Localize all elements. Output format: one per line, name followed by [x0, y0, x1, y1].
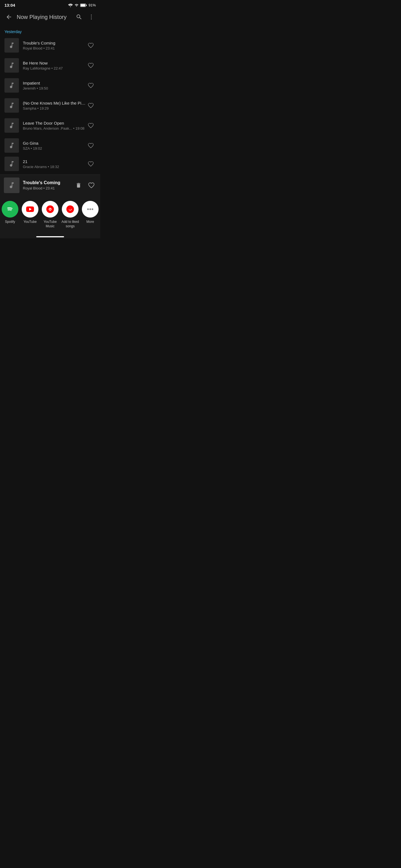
- song-info: (No One Knows Me) Like the Pian.. Sampha…: [23, 101, 86, 111]
- music-note-icon: [8, 181, 16, 189]
- like-button[interactable]: [86, 60, 96, 70]
- like-button[interactable]: [86, 180, 96, 190]
- song-title: Leave The Door Open: [23, 121, 86, 125]
- list-item[interactable]: Go Gina SZA • 19:02: [0, 135, 100, 156]
- section-label: Yesterday: [4, 30, 22, 34]
- music-note-icon: [8, 62, 15, 69]
- list-item[interactable]: 21 Gracie Abrams • 18:32: [0, 156, 100, 172]
- svg-point-4: [91, 17, 92, 18]
- share-more[interactable]: More: [80, 201, 100, 224]
- more-options-button[interactable]: [86, 11, 97, 23]
- svg-point-5: [91, 19, 92, 20]
- svg-rect-1: [81, 4, 85, 6]
- like-button[interactable]: [86, 141, 96, 151]
- home-bar: [36, 236, 64, 237]
- like-button[interactable]: [86, 159, 96, 169]
- app-bar-actions: [74, 11, 97, 23]
- share-liked[interactable]: Add to liked songs: [60, 201, 80, 228]
- song-title: 21: [23, 159, 86, 164]
- delete-icon: [76, 182, 82, 188]
- like-button[interactable]: [86, 100, 96, 111]
- youtube-icon: [25, 204, 35, 214]
- song-info: Leave The Door Open Bruno Mars, Anderson…: [23, 121, 86, 130]
- heart-icon: [88, 42, 94, 49]
- song-title: Impatient: [23, 81, 86, 85]
- like-button[interactable]: [86, 40, 96, 50]
- now-playing-info: Trouble's Coming Royal Blood • 23:41: [23, 180, 73, 190]
- heart-icon: [88, 122, 94, 128]
- youtube-icon-circle: [22, 201, 38, 218]
- list-item[interactable]: (No One Knows Me) Like the Pian.. Sampha…: [0, 95, 100, 116]
- share-bar: Spotify YouTube YouTube Music: [0, 196, 100, 234]
- music-note-icon: [8, 82, 15, 89]
- song-info: Go Gina SZA • 19:02: [23, 141, 86, 151]
- status-icons: 91%: [68, 3, 96, 7]
- page-title: Now Playing History: [15, 14, 74, 20]
- song-info: Impatient Jeremih • 19:50: [23, 81, 86, 90]
- delete-button[interactable]: [73, 180, 84, 191]
- list-item[interactable]: Leave The Door Open Bruno Mars, Anderson…: [0, 116, 100, 135]
- heart-icon: [88, 62, 94, 68]
- heart-icon: [88, 82, 94, 89]
- heart-icon: [88, 161, 94, 167]
- liked-icon: [65, 204, 75, 214]
- more-icon-circle: [82, 201, 98, 218]
- svg-point-18: [89, 208, 91, 210]
- song-thumbnail: [4, 98, 19, 113]
- share-ytmusic[interactable]: YouTube Music: [40, 201, 60, 228]
- app-bar: Now Playing History: [0, 9, 100, 26]
- ytmusic-icon-circle: [42, 201, 58, 218]
- svg-point-19: [92, 208, 93, 210]
- spotify-icon-circle: [2, 201, 18, 218]
- now-playing-actions: [73, 180, 96, 191]
- liked-label: Add to liked songs: [61, 220, 79, 228]
- search-button[interactable]: [74, 11, 85, 23]
- song-thumbnail: [4, 38, 19, 53]
- song-meta: Ray LaMontagne • 22:47: [23, 66, 86, 70]
- song-meta: SZA • 19:02: [23, 146, 86, 151]
- song-info: Be Here Now Ray LaMontagne • 22:47: [23, 61, 86, 70]
- share-spotify[interactable]: Spotify: [0, 201, 20, 224]
- spotify-icon: [5, 205, 15, 214]
- home-indicator: [0, 234, 100, 239]
- heart-icon: [88, 143, 94, 149]
- more-dots-icon: [85, 204, 95, 214]
- section-header-yesterday: Yesterday: [0, 26, 100, 35]
- back-button[interactable]: [3, 11, 15, 23]
- song-title: Trouble's Coming: [23, 41, 86, 45]
- song-list: Trouble's Coming Royal Blood • 23:41 Be …: [0, 35, 100, 175]
- more-label: More: [86, 220, 94, 224]
- youtube-label: YouTube: [23, 220, 36, 224]
- now-playing-thumbnail: [4, 178, 20, 193]
- list-item[interactable]: Impatient Jeremih • 19:50: [0, 75, 100, 95]
- like-button[interactable]: [86, 81, 96, 90]
- more-icon: [88, 13, 95, 20]
- song-title: Go Gina: [23, 141, 86, 146]
- status-bar: 13:04 91%: [0, 0, 100, 9]
- music-note-icon: [8, 102, 15, 109]
- song-meta: Sampha • 19:29: [23, 106, 86, 111]
- signal-icon: [75, 3, 79, 7]
- share-youtube[interactable]: YouTube: [20, 201, 40, 224]
- ytmusic-icon: [45, 204, 55, 214]
- song-thumbnail: [4, 157, 19, 171]
- song-thumbnail: [4, 78, 19, 93]
- music-note-icon: [8, 42, 15, 49]
- svg-point-3: [91, 15, 92, 16]
- song-meta: Jeremih • 19:50: [23, 86, 86, 90]
- song-title: (No One Knows Me) Like the Pian..: [23, 101, 86, 105]
- search-icon: [76, 13, 82, 20]
- wifi-icon: [68, 3, 73, 7]
- battery-percent: 91%: [89, 3, 96, 7]
- list-item[interactable]: Trouble's Coming Royal Blood • 23:41: [0, 35, 100, 55]
- svg-point-17: [87, 208, 89, 210]
- like-button[interactable]: [86, 121, 96, 130]
- music-note-icon: [8, 142, 15, 149]
- list-item[interactable]: Be Here Now Ray LaMontagne • 22:47: [0, 55, 100, 75]
- svg-rect-2: [86, 4, 87, 6]
- song-thumbnail: [4, 58, 19, 72]
- liked-icon-circle: [62, 201, 79, 218]
- song-meta: Gracie Abrams • 18:32: [23, 165, 86, 169]
- song-meta: Bruno Mars, Anderson .Paak... • 19:08: [23, 126, 86, 130]
- heart-icon: [88, 182, 95, 189]
